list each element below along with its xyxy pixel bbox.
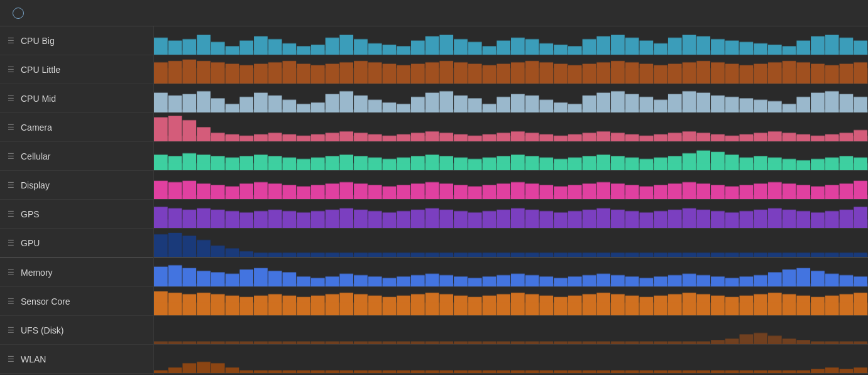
chart-canvas: [154, 142, 868, 170]
more-options-button[interactable]: [823, 4, 840, 22]
drag-icon: ☰: [8, 355, 14, 364]
sidebar-item-label: WLAN: [21, 354, 46, 364]
sidebar-item-label: CPU Big: [21, 36, 55, 46]
sidebar-item-label: Camera: [21, 122, 52, 133]
chart-row: [154, 258, 868, 287]
help-icon[interactable]: [13, 8, 24, 19]
chart-canvas: [154, 200, 868, 228]
drag-icon: ☰: [8, 297, 14, 306]
sidebar-item-cpu-big[interactable]: ☰CPU Big: [0, 26, 153, 55]
header: [0, 0, 868, 26]
chart-canvas: [154, 258, 868, 286]
main-content: ☰CPU Big☰CPU Little☰CPU Mid☰Camera☰Cellu…: [0, 26, 868, 375]
chart-row: [154, 287, 868, 316]
drag-icon: ☰: [8, 326, 14, 335]
sidebar-item-cpu-mid[interactable]: ☰CPU Mid: [0, 84, 153, 113]
sidebar-item-camera[interactable]: ☰Camera: [0, 113, 153, 142]
collapse-button[interactable]: [843, 4, 860, 22]
chart-area: [154, 26, 868, 375]
chart-canvas: [154, 55, 868, 84]
sidebar-item-memory[interactable]: ☰Memory: [0, 258, 153, 287]
sidebar-item-sensor-core[interactable]: ☰Sensor Core: [0, 287, 153, 316]
sidebar-item-label: Display: [21, 180, 50, 190]
chart-canvas: [154, 287, 868, 315]
chart-canvas: [154, 229, 868, 257]
drag-icon: ☰: [8, 123, 14, 132]
chart-row: [154, 26, 868, 55]
chart-canvas: [154, 345, 868, 373]
sidebar-item-gpu[interactable]: ☰GPU: [0, 229, 153, 258]
chart-row: [154, 55, 868, 84]
sidebar-item-label: Sensor Core: [21, 296, 70, 307]
chart-row: [154, 142, 868, 171]
sidebar-item-label: Memory: [21, 268, 53, 278]
sidebar-item-label: GPU: [21, 238, 40, 248]
chart-canvas: [154, 316, 868, 344]
sidebar-item-label: GPS: [21, 209, 40, 219]
chart-row: [154, 84, 868, 113]
sidebar-item-display[interactable]: ☰Display: [0, 171, 153, 200]
drag-icon: ☰: [8, 210, 14, 219]
app-container: ☰CPU Big☰CPU Little☰CPU Mid☰Camera☰Cellu…: [0, 0, 868, 375]
chart-canvas: [154, 84, 868, 112]
sidebar-item-cellular[interactable]: ☰Cellular: [0, 142, 153, 171]
header-right: [823, 4, 860, 22]
drag-icon: ☰: [8, 181, 14, 190]
sidebar: ☰CPU Big☰CPU Little☰CPU Mid☰Camera☰Cellu…: [0, 26, 154, 375]
chart-row: [154, 316, 868, 345]
sidebar-item-gps[interactable]: ☰GPS: [0, 200, 153, 229]
chart-row: [154, 200, 868, 229]
chart-canvas: [154, 171, 868, 199]
sidebar-item-label: CPU Little: [21, 65, 60, 75]
drag-icon: ☰: [8, 152, 14, 161]
header-left: [8, 8, 24, 19]
chart-canvas: [154, 113, 868, 141]
chart-row: [154, 229, 868, 258]
sidebar-item-cpu-little[interactable]: ☰CPU Little: [0, 55, 153, 84]
sidebar-item-label: CPU Mid: [21, 94, 56, 104]
chart-row: [154, 171, 868, 200]
drag-icon: ☰: [8, 239, 14, 247]
sidebar-item-wlan[interactable]: ☰WLAN: [0, 345, 153, 374]
drag-icon: ☰: [8, 36, 14, 45]
drag-icon: ☰: [8, 65, 14, 74]
sidebar-item-ufs-disk[interactable]: ☰UFS (Disk): [0, 316, 153, 345]
drag-icon: ☰: [8, 94, 14, 103]
sidebar-item-label: Cellular: [21, 151, 50, 161]
chart-canvas: [154, 26, 868, 55]
sidebar-item-label: UFS (Disk): [21, 325, 63, 335]
chart-row: [154, 345, 868, 374]
drag-icon: ☰: [8, 268, 14, 277]
chart-row: [154, 113, 868, 142]
